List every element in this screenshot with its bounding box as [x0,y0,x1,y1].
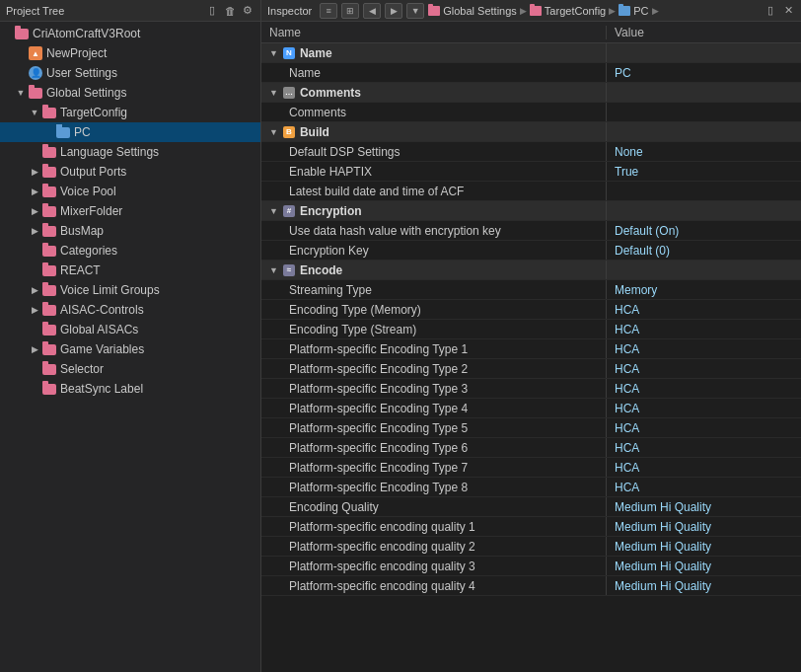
property-row-encode-section-2[interactable]: Encoding Type (Stream)HCA [261,320,801,339]
property-row-encode-section-15[interactable]: Platform-specific encoding quality 4Medi… [261,576,801,596]
inspector-list-view-btn[interactable]: ≡ [320,3,337,19]
breadcrumb-item-0[interactable]: Global Settings [428,5,517,17]
inspector-copy-icon[interactable]: ▯ [764,4,777,18]
inspector-close-icon[interactable]: ✕ [781,4,795,18]
tree-item-beatsynclabel[interactable]: BeatSync Label [0,379,260,399]
inspector-grid-view-btn[interactable]: ⊞ [341,3,359,19]
property-row-encryption-section-0[interactable]: Use data hash value with encryption keyD… [261,221,801,241]
section-header-encode-section[interactable]: ▼≈Encode [261,261,801,280]
property-value-build-section-0[interactable]: None [607,142,801,161]
inspector-forward-btn[interactable]: ▶ [385,3,402,19]
inspector-back-btn[interactable]: ◀ [363,3,381,19]
property-row-encode-section-3[interactable]: Platform-specific Encoding Type 1HCA [261,339,801,359]
tree-arrow-gamevariables[interactable] [28,342,41,356]
tree-item-globalaisacs[interactable]: Global AISACs [0,320,260,339]
property-row-encode-section-10[interactable]: Platform-specific Encoding Type 8HCA [261,478,801,497]
tree-arrow-outputports[interactable] [28,165,41,179]
tree-arrow-aisaccontrols[interactable] [28,303,41,317]
section-toggle-encryption-section[interactable]: ▼ [269,206,278,216]
tree-item-selector[interactable]: Selector [0,359,260,379]
property-row-comments-section-0[interactable]: Comments [261,103,801,122]
section-header-name-section[interactable]: ▼NName [261,43,801,63]
property-row-encode-section-0[interactable]: Streaming TypeMemory [261,280,801,300]
breadcrumb-item-2[interactable]: PC [619,5,648,17]
property-value-encode-section-5[interactable]: HCA [607,379,801,398]
tree-item-voicepool[interactable]: Voice Pool [0,182,260,201]
section-toggle-encode-section[interactable]: ▼ [269,265,278,275]
property-value-encode-section-15[interactable]: Medium Hi Quality [607,576,801,595]
property-row-build-section-1[interactable]: Enable HAPTIXTrue [261,162,801,182]
tree-arrow-targetconfig[interactable] [28,106,41,119]
tree-item-languagesettings[interactable]: Language Settings [0,142,260,162]
property-row-encode-section-1[interactable]: Encoding Type (Memory)HCA [261,300,801,320]
property-value-encode-section-6[interactable]: HCA [607,399,801,417]
tree-item-root[interactable]: CriAtomCraftV3Root [0,24,260,43]
tree-arrow-busmap[interactable] [28,224,41,238]
tree-item-targetconfig[interactable]: TargetConfig [0,103,260,122]
property-value-encode-section-11[interactable]: Medium Hi Quality [607,497,801,516]
tree-item-gamevariables[interactable]: Game Variables [0,339,260,359]
tree-arrow-voicelimitgroups[interactable] [28,283,41,297]
property-value-encode-section-4[interactable]: HCA [607,359,801,378]
settings-icon[interactable]: ⚙ [241,4,255,18]
property-value-comments-section-0[interactable] [607,103,801,121]
tree-arrow-voicepool[interactable] [28,185,41,198]
section-header-build-section[interactable]: ▼BBuild [261,122,801,142]
copy-icon[interactable]: ▯ [205,4,219,18]
property-value-encode-section-3[interactable]: HCA [607,339,801,358]
property-value-encode-section-8[interactable]: HCA [607,438,801,457]
property-value-encode-section-0[interactable]: Memory [607,280,801,299]
tree-item-aisaccontrols[interactable]: AISAC-Controls [0,300,260,320]
property-row-encode-section-11[interactable]: Encoding QualityMedium Hi Quality [261,497,801,517]
tree-arrow-globalsettings[interactable] [14,86,28,100]
tree-item-mixerfolder[interactable]: MixerFolder [0,201,260,221]
property-row-encode-section-5[interactable]: Platform-specific Encoding Type 3HCA [261,379,801,399]
property-value-encode-section-14[interactable]: Medium Hi Quality [607,557,801,575]
property-value-encode-section-7[interactable]: HCA [607,418,801,437]
tree-item-react[interactable]: REACT [0,261,260,280]
property-row-encode-section-9[interactable]: Platform-specific Encoding Type 7HCA [261,458,801,478]
tree-item-voicelimitgroups[interactable]: Voice Limit Groups [0,280,260,300]
property-value-encode-section-10[interactable]: HCA [607,478,801,496]
property-value-encode-section-9[interactable]: HCA [607,458,801,477]
project-tree-container: CriAtomCraftV3Root▲NewProject👤User Setti… [0,22,260,672]
property-value-build-section-1[interactable]: True [607,162,801,181]
tree-item-busmap[interactable]: BusMap [0,221,260,241]
section-toggle-build-section[interactable]: ▼ [269,127,278,137]
delete-icon[interactable]: 🗑 [223,4,237,18]
property-row-encryption-section-1[interactable]: Encryption KeyDefault (0) [261,241,801,261]
tree-item-usersettings[interactable]: 👤User Settings [0,63,260,83]
tree-arrow-mixerfolder[interactable] [28,204,41,218]
property-row-build-section-0[interactable]: Default DSP SettingsNone [261,142,801,162]
section-toggle-comments-section[interactable]: ▼ [269,88,278,98]
tree-item-categories[interactable]: Categories [0,241,260,261]
breadcrumb-item-1[interactable]: TargetConfig [530,5,606,17]
section-header-encryption-section[interactable]: ▼#Encryption [261,201,801,221]
property-value-encode-section-12[interactable]: Medium Hi Quality [607,517,801,536]
inspector-dropdown-btn[interactable]: ▼ [406,3,424,19]
property-row-encode-section-7[interactable]: Platform-specific Encoding Type 5HCA [261,418,801,438]
section-header-comments-section[interactable]: ▼…Comments [261,83,801,103]
property-value-name-section-0[interactable]: PC [607,63,801,82]
property-row-encode-section-6[interactable]: Platform-specific Encoding Type 4HCA [261,399,801,418]
tree-item-pc[interactable]: PC [0,122,260,142]
property-row-build-section-2[interactable]: Latest build date and time of ACF [261,182,801,201]
tree-item-newproject[interactable]: ▲NewProject [0,43,260,63]
property-value-encode-section-13[interactable]: Medium Hi Quality [607,537,801,556]
property-value-encryption-section-1[interactable]: Default (0) [607,241,801,260]
property-name-comments-section-0: Comments [261,103,607,121]
property-row-encode-section-13[interactable]: Platform-specific encoding quality 2Medi… [261,537,801,557]
property-row-encode-section-8[interactable]: Platform-specific Encoding Type 6HCA [261,438,801,458]
tree-item-globalsettings[interactable]: Global Settings [0,83,260,103]
section-toggle-name-section[interactable]: ▼ [269,48,278,58]
property-row-encode-section-14[interactable]: Platform-specific encoding quality 3Medi… [261,557,801,576]
property-value-encode-section-1[interactable]: HCA [607,300,801,319]
property-row-name-section-0[interactable]: NamePC [261,63,801,83]
property-value-encryption-section-0[interactable]: Default (On) [607,221,801,240]
property-value-encode-section-2[interactable]: HCA [607,320,801,338]
breadcrumb-arrow-1: ▶ [609,6,616,16]
property-row-encode-section-4[interactable]: Platform-specific Encoding Type 2HCA [261,359,801,379]
property-row-encode-section-12[interactable]: Platform-specific encoding quality 1Medi… [261,517,801,537]
property-value-build-section-2[interactable] [607,182,801,200]
tree-item-outputports[interactable]: Output Ports [0,162,260,182]
